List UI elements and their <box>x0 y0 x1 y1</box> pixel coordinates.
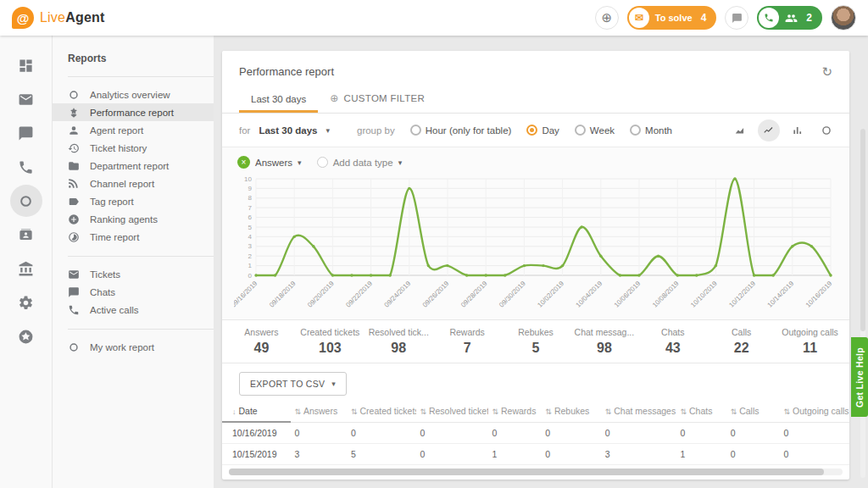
svg-text:09/24/2019: 09/24/2019 <box>383 280 413 309</box>
rail-star-button[interactable] <box>10 320 42 352</box>
sort-icon: ⇅ <box>351 408 358 416</box>
remove-chip-icon[interactable]: × <box>237 156 250 169</box>
area-chart-icon <box>734 125 746 136</box>
rail-contacts-button[interactable] <box>10 219 42 251</box>
sidebar-item-chats[interactable]: Chats <box>53 283 214 301</box>
table-cell: 3 <box>291 444 348 465</box>
radio-week[interactable]: Week <box>575 125 615 136</box>
donut-chart-button[interactable] <box>815 119 837 141</box>
svg-text:09/28/2019: 09/28/2019 <box>459 280 489 309</box>
column-header-rebukes[interactable]: ⇅Rebukes <box>542 402 601 422</box>
rail-chats-button[interactable] <box>10 117 42 149</box>
stat-chat-messages: Chat messag...98 <box>570 327 638 356</box>
table-row[interactable]: 10/15/2019350103100 <box>222 444 849 465</box>
filter-tabs: Last 30 days ⊕ CUSTOM FILTER <box>222 86 849 114</box>
rail-billing-button[interactable] <box>10 252 42 285</box>
sidebar-item-active-calls[interactable]: Active calls <box>53 301 214 319</box>
sort-icon: ⇅ <box>492 408 498 416</box>
create-new-button[interactable]: ⊕ <box>595 6 619 30</box>
get-live-help-tab[interactable]: Get Live Help <box>851 337 868 417</box>
radio-hour[interactable]: Hour (only for table) <box>410 125 512 136</box>
sidebar-item-channel-report[interactable]: Channel report <box>53 175 214 192</box>
rail-reports-button[interactable] <box>10 185 42 217</box>
rail-calls-button[interactable] <box>10 151 42 183</box>
svg-text:10/14/2019: 10/14/2019 <box>766 280 796 309</box>
line-chart-button[interactable] <box>758 119 780 141</box>
user-avatar[interactable] <box>831 5 856 30</box>
to-solve-button[interactable]: ✉ To solve 4 <box>627 6 717 30</box>
summary-stats: Answers49 Created tickets103 Resolved ti… <box>222 319 849 363</box>
page-title: Performance report <box>239 65 334 78</box>
for-label: for <box>239 125 250 136</box>
tab-last-30-days[interactable]: Last 30 days <box>239 94 318 113</box>
table-cell: 0 <box>781 444 849 465</box>
line-chart-icon <box>763 125 775 136</box>
column-header-rewards[interactable]: ⇅Rewards <box>488 402 542 422</box>
chevron-down-icon[interactable]: ▾ <box>326 126 330 135</box>
sidebar-item-analytics-overview[interactable]: Analytics overview <box>53 86 214 103</box>
mail-icon <box>68 269 80 280</box>
plus-circle-icon <box>68 214 80 225</box>
liveagent-logo[interactable]: @ LiveAgent <box>12 7 104 29</box>
chats-queue-button[interactable] <box>725 6 748 30</box>
rail-tickets-button[interactable] <box>10 83 42 115</box>
column-header-date[interactable]: ↓Date <box>222 402 291 422</box>
to-solve-count: 4 <box>701 12 707 24</box>
sort-icon: ⇅ <box>605 408 612 416</box>
column-header-chat-messages[interactable]: ⇅Chat messages <box>602 402 677 422</box>
stat-outgoing-calls: Outgoing calls11 <box>776 327 844 356</box>
table-row[interactable]: 10/16/2019000000000 <box>222 422 849 444</box>
reports-panel-title: Reports <box>53 53 214 76</box>
data-type-chip-answers[interactable]: × Answers ▾ <box>237 156 302 169</box>
sidebar-item-my-work-report[interactable]: My work report <box>53 338 214 356</box>
column-header-answers[interactable]: ⇅Answers <box>291 402 348 422</box>
radio-month[interactable]: Month <box>630 125 672 136</box>
column-header-created-tickets[interactable]: ⇅Created tickets <box>348 402 416 422</box>
bar-chart-button[interactable] <box>787 119 809 141</box>
svg-text:7: 7 <box>248 204 253 212</box>
svg-text:09/22/2019: 09/22/2019 <box>344 280 374 309</box>
calls-online-button[interactable]: 2 <box>757 6 822 30</box>
sidebar-item-department-report[interactable]: Department report <box>53 157 214 175</box>
table-header-row: ↓Date ⇅Answers ⇅Created tickets ⇅Resolve… <box>222 402 849 422</box>
horizontal-scrollbar-thumb[interactable] <box>229 469 824 475</box>
sidebar-item-agent-report[interactable]: Agent report <box>53 121 214 139</box>
range-select[interactable]: Last 30 days <box>259 125 317 136</box>
rail-dashboard-button[interactable] <box>10 49 42 81</box>
svg-text:10/08/2019: 10/08/2019 <box>651 280 681 309</box>
column-header-outgoing-calls[interactable]: ⇅Outgoing calls <box>781 402 849 422</box>
plus-circle-icon: ⊕ <box>602 10 613 25</box>
stat-rebukes: Rebukes5 <box>502 327 570 356</box>
refresh-button[interactable]: ↻ <box>821 65 832 78</box>
radio-day[interactable]: Day <box>526 125 559 136</box>
to-solve-label: To solve <box>655 13 693 23</box>
export-to-csv-button[interactable]: EXPORT TO CSV ▾ <box>239 372 347 396</box>
area-chart-button[interactable] <box>729 119 751 141</box>
table-cell: 10/15/2019 <box>222 444 291 465</box>
tab-custom-filter[interactable]: ⊕ CUSTOM FILTER <box>318 92 437 113</box>
star-circle-icon <box>18 329 34 345</box>
svg-text:09/26/2019: 09/26/2019 <box>421 280 451 309</box>
vertical-scrollbar-thumb[interactable] <box>860 129 865 331</box>
svg-text:4: 4 <box>248 233 253 241</box>
add-data-type-button[interactable]: Add data type ▾ <box>317 157 403 168</box>
sidebar-item-ticket-history[interactable]: Ticket history <box>53 139 214 157</box>
column-header-resolved-tickets[interactable]: ⇅Resolved tickets <box>416 402 488 422</box>
rail-settings-button[interactable] <box>10 286 42 319</box>
history-clock-icon <box>68 142 80 154</box>
radio-icon <box>575 125 586 136</box>
column-header-calls[interactable]: ⇅Calls <box>727 402 781 422</box>
sidebar-item-performance-report[interactable]: Performance report <box>53 103 214 121</box>
column-header-chats[interactable]: ⇅Chats <box>676 402 726 422</box>
group-by-label: group by <box>357 125 395 136</box>
sidebar-item-tag-report[interactable]: Tag report <box>53 192 214 210</box>
svg-text:09/20/2019: 09/20/2019 <box>306 280 336 309</box>
liveagent-app: { "icons": { "sort_both": "⇅", "sort_des… <box>0 0 868 488</box>
sidebar-item-time-report[interactable]: Time report <box>53 228 214 246</box>
stat-resolved-tickets: Resolved tick...98 <box>364 327 433 356</box>
chevron-down-icon: ▾ <box>398 158 403 167</box>
svg-text:09/18/2019: 09/18/2019 <box>268 280 298 309</box>
sidebar-item-tickets[interactable]: Tickets <box>53 265 214 283</box>
answers-line-chart[interactable]: 01234567891009/16/201909/18/201909/20/20… <box>234 174 837 319</box>
sidebar-item-ranking-agents[interactable]: Ranking agents <box>53 210 214 228</box>
